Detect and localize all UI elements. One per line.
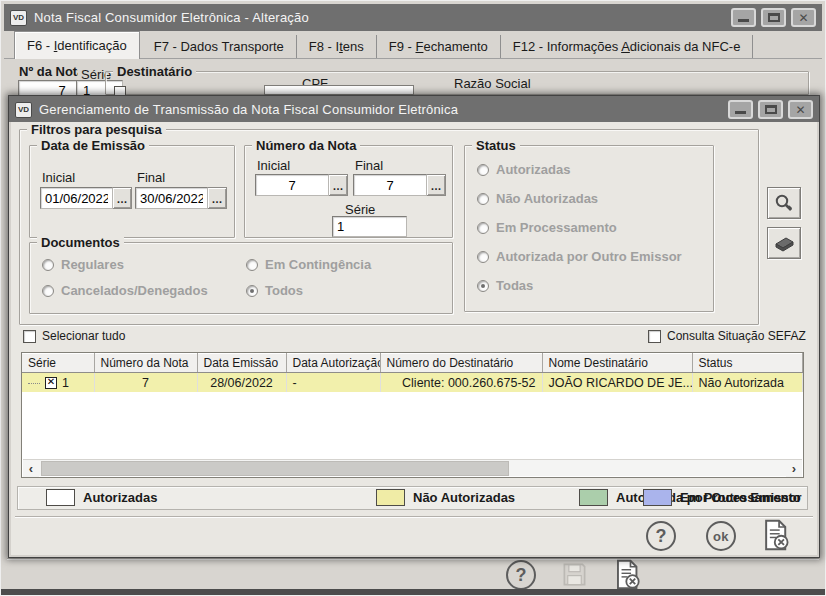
main-window-title: Nota Fiscal Consumidor Eletrônica - Alte… <box>34 10 724 25</box>
app-logo-icon: VD <box>10 10 27 26</box>
serie-filter-label: Série <box>345 202 375 217</box>
document-cancel-icon <box>761 519 791 551</box>
radio-regulares[interactable]: Regulares <box>42 257 124 272</box>
status-title: Status <box>472 138 520 153</box>
radio-autorizada-outro-emissor[interactable]: Autorizada por Outro Emissor <box>477 249 682 264</box>
col-nome-destinatario[interactable]: Nome Destinatário <box>542 353 692 373</box>
dialog-close-button[interactable]: ✕ <box>788 100 813 119</box>
documentos-title: Documentos <box>37 235 124 250</box>
numero-inicial-label: Inicial <box>257 158 290 173</box>
scroll-right-button[interactable]: › <box>786 460 802 477</box>
minimize-button[interactable] <box>731 8 756 27</box>
destinatario-checkbox[interactable] <box>114 86 126 96</box>
radio-nao-autorizadas[interactable]: Não Autorizadas <box>477 191 598 206</box>
dialog-body: Filtros para pesquisa Data de Emissão In… <box>9 122 819 557</box>
cell-data-autorizacao: - <box>286 373 380 393</box>
data-inicial-calendar-button[interactable]: … <box>113 187 132 209</box>
numero-final-field[interactable] <box>353 174 427 196</box>
table-horizontal-scrollbar[interactable]: ‹ › <box>23 459 802 476</box>
select-all-checkbox[interactable]: Selecionar tudo <box>23 329 125 343</box>
radio-todos[interactable]: Todos <box>246 283 303 298</box>
col-numero-destinatario[interactable]: Número do Destinatário <box>380 353 542 373</box>
radio-cancelados-denegados[interactable]: Cancelados/Denegados <box>42 283 208 298</box>
legend-item-nao-autorizadas: Não Autorizadas <box>376 489 515 506</box>
tab-f12-informacoes-adicionais[interactable]: F12 - Informações Adicionais da NFC-e <box>501 35 754 58</box>
radio-icon <box>246 259 258 271</box>
minimize-icon <box>738 19 749 22</box>
maximize-button[interactable] <box>761 8 786 27</box>
chevron-right-icon: › <box>792 461 796 476</box>
ellipsis-icon: … <box>212 194 223 205</box>
numero-inicial-lookup-button[interactable]: … <box>329 174 348 196</box>
data-emissao-title: Data de Emissão <box>37 138 149 153</box>
search-button[interactable] <box>767 187 801 219</box>
numero-inicial-field[interactable] <box>255 174 329 196</box>
tree-expand-dots <box>28 383 40 384</box>
radio-em-contingencia[interactable]: Em Contingência <box>246 257 371 272</box>
sefaz-checkbox[interactable]: Consulta Situação SEFAZ <box>648 329 806 343</box>
main-footer-separator <box>7 558 819 560</box>
clear-button[interactable] <box>767 227 801 259</box>
ellipsis-icon: … <box>117 194 128 205</box>
dialog-help-button[interactable]: ? <box>646 521 676 551</box>
data-inicial-label: Inicial <box>42 170 75 185</box>
dialog-titlebar: VD Gerenciamento de Transmissão da Nota … <box>9 96 819 123</box>
col-status[interactable]: Status <box>692 353 803 373</box>
cell-status: Não Autorizada <box>692 373 803 393</box>
destinatario-groupbox: Destinatário CPF Razão Social <box>105 71 809 95</box>
cell-serie: 1 <box>62 376 69 390</box>
legend-item-autorizadas: Autorizadas <box>46 489 157 506</box>
legend-swatch <box>46 489 75 506</box>
data-final-field[interactable] <box>135 187 208 209</box>
chevron-left-icon: ‹ <box>29 461 33 476</box>
main-cancel-document-button[interactable] <box>613 559 642 593</box>
radio-autorizadas[interactable]: Autorizadas <box>477 162 570 177</box>
maximize-icon <box>768 13 780 22</box>
radio-icon <box>477 222 489 234</box>
radio-todas[interactable]: Todas <box>477 278 533 293</box>
serie-filter-field[interactable] <box>332 216 407 237</box>
row-checkbox[interactable] <box>45 377 57 389</box>
tab-f9-fechamento[interactable]: F9 - Fechamento <box>377 35 501 58</box>
select-all-label: Selecionar tudo <box>42 329 125 343</box>
numero-final-lookup-button[interactable]: … <box>427 174 446 196</box>
col-serie[interactable]: Série <box>22 353 94 373</box>
radio-icon <box>42 285 54 297</box>
destinatario-title: Destinatário <box>113 64 196 79</box>
data-emissao-groupbox: Data de Emissão Inicial Final … … <box>29 145 235 238</box>
eraser-icon <box>772 233 796 253</box>
cell-data-emissao: 28/06/2022 <box>197 373 286 393</box>
col-numero-nota[interactable]: Número da Nota <box>94 353 197 373</box>
tab-f8-itens[interactable]: F8 - Itens <box>297 35 377 58</box>
dialog-ok-button[interactable]: ok <box>706 521 736 551</box>
scroll-left-button[interactable]: ‹ <box>23 460 39 477</box>
tab-f6-identificacao[interactable]: F6 - Identificação <box>14 31 140 59</box>
maximize-icon <box>765 105 777 114</box>
radio-icon <box>477 280 489 292</box>
ellipsis-icon: … <box>333 181 344 192</box>
numero-nota-title: Número da Nota <box>252 138 360 153</box>
main-save-button[interactable] <box>561 561 588 591</box>
main-help-button[interactable]: ? <box>506 560 536 590</box>
data-inicial-field[interactable] <box>40 187 113 209</box>
numero-nota-label: Nº da Nota <box>19 64 84 79</box>
col-data-emissao[interactable]: Data Emissão <box>197 353 286 373</box>
radio-em-processamento[interactable]: Em Processamento <box>477 220 617 235</box>
legend-swatch <box>643 489 672 506</box>
tab-f7-dados-transporte[interactable]: F7 - Dados Transporte <box>142 35 297 58</box>
dialog-logo-icon: VD <box>15 102 32 118</box>
minimize-icon <box>735 111 746 114</box>
cpf-field[interactable] <box>264 85 414 95</box>
radio-icon <box>477 251 489 263</box>
dialog-minimize-button[interactable] <box>728 100 753 119</box>
legend-swatch <box>376 489 405 506</box>
dialog-cancel-document-button[interactable] <box>761 519 791 554</box>
cell-numero: 7 <box>94 373 197 393</box>
table-row[interactable]: 1 7 28/06/2022 - Cliente: 000.260.675-52… <box>22 373 803 393</box>
transmission-dialog: VD Gerenciamento de Transmissão da Nota … <box>9 96 819 557</box>
scroll-thumb[interactable] <box>41 461 509 476</box>
dialog-maximize-button[interactable] <box>758 100 783 119</box>
col-data-autorizacao[interactable]: Data Autorização <box>286 353 380 373</box>
close-button[interactable]: ✕ <box>791 8 816 27</box>
data-final-calendar-button[interactable]: … <box>208 187 227 209</box>
